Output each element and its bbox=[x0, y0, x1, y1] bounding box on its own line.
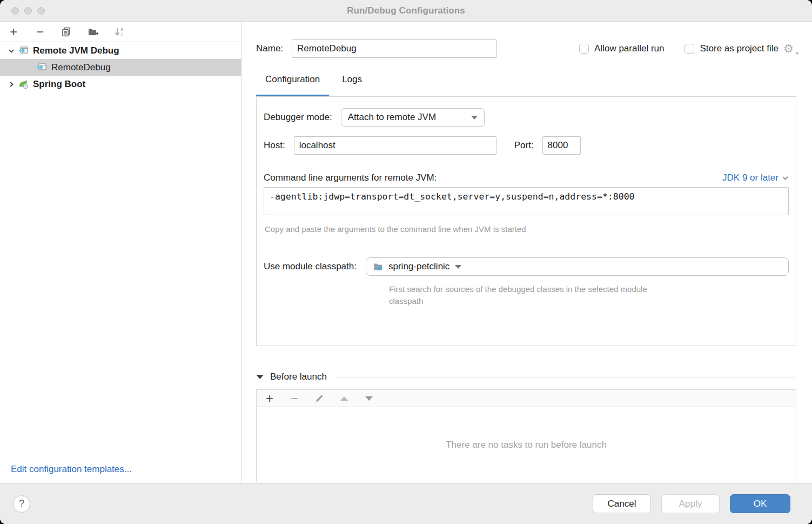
chevron-down-icon[interactable] bbox=[4, 47, 18, 55]
module-classpath-select[interactable]: spring-petclinic bbox=[366, 257, 789, 276]
remote-debug-icon bbox=[37, 63, 47, 72]
new-folder-icon bbox=[88, 26, 99, 37]
sort-configurations-button[interactable]: a z bbox=[113, 26, 125, 38]
allow-parallel-run-checkbox[interactable] bbox=[579, 44, 589, 54]
module-classpath-label: Use module classpath: bbox=[264, 261, 357, 272]
store-as-project-file-checkbox[interactable] bbox=[685, 44, 694, 54]
configurations-sidebar: + − bbox=[0, 22, 241, 483]
name-input[interactable] bbox=[292, 39, 497, 58]
svg-text:z: z bbox=[120, 32, 123, 37]
pencil-icon bbox=[314, 394, 324, 403]
collapse-triangle-icon bbox=[256, 375, 264, 379]
chevron-right-icon[interactable] bbox=[4, 81, 18, 88]
copy-icon bbox=[61, 26, 72, 37]
traffic-lights bbox=[11, 7, 45, 15]
new-folder-button[interactable] bbox=[87, 26, 99, 38]
add-task-button[interactable]: + bbox=[264, 393, 276, 404]
command-line-args-label: Command line arguments for remote JVM: bbox=[264, 173, 437, 183]
up-triangle-icon bbox=[340, 396, 348, 401]
tree-item-label: RemoteDebug bbox=[51, 62, 111, 73]
edit-configuration-templates-link[interactable]: Edit configuration templates... bbox=[11, 464, 132, 475]
tree-item-remote-jvm-debug[interactable]: Remote JVM Debug bbox=[0, 42, 241, 59]
tab-logs[interactable]: Logs bbox=[333, 73, 371, 96]
tab-configuration[interactable]: Configuration bbox=[256, 73, 329, 96]
help-button[interactable]: ? bbox=[13, 495, 30, 513]
zoom-window-icon[interactable] bbox=[37, 7, 45, 15]
before-launch-header[interactable]: Before launch bbox=[256, 372, 796, 382]
chevron-down-icon bbox=[782, 175, 789, 181]
tree-item-remotedebug[interactable]: RemoteDebug bbox=[0, 59, 241, 76]
module-classpath-row: Use module classpath: spring-petclinic bbox=[264, 257, 789, 276]
remove-task-button[interactable]: − bbox=[288, 393, 300, 404]
minus-icon: − bbox=[36, 25, 44, 38]
down-triangle-icon bbox=[365, 396, 373, 401]
debugger-mode-label: Debugger mode: bbox=[264, 112, 332, 123]
move-task-up-button[interactable] bbox=[338, 393, 350, 404]
minus-icon: − bbox=[291, 392, 298, 405]
minimize-window-icon[interactable] bbox=[24, 7, 32, 15]
command-line-args-hint: Copy and paste the arguments to the comm… bbox=[265, 224, 789, 234]
plus-icon: + bbox=[10, 25, 17, 38]
command-line-args-value: -agentlib:jdwp=transport=dt_socket,serve… bbox=[270, 191, 635, 202]
tree-item-label: Remote JVM Debug bbox=[33, 45, 119, 56]
sort-alphabetically-icon: a z bbox=[113, 26, 125, 38]
dropdown-arrow-icon bbox=[455, 265, 461, 269]
title-bar: Run/Debug Configurations bbox=[0, 0, 812, 22]
debugger-mode-row: Debugger mode: Attach to remote JVM bbox=[264, 108, 789, 127]
jdk-version-selector[interactable]: JDK 9 or later bbox=[722, 173, 789, 183]
plus-icon: + bbox=[266, 392, 273, 405]
gear-icon: ⚙ bbox=[783, 42, 794, 55]
editor-tabs: Configuration Logs bbox=[256, 73, 796, 96]
command-line-args-header: Command line arguments for remote JVM: J… bbox=[264, 173, 789, 183]
copy-configuration-button[interactable] bbox=[61, 26, 72, 38]
module-classpath-hint: First search for sources of the debugged… bbox=[389, 283, 670, 307]
host-input[interactable] bbox=[294, 136, 496, 155]
question-mark-icon: ? bbox=[19, 498, 24, 509]
allow-parallel-run-label: Allow parallel run bbox=[594, 43, 664, 54]
host-label: Host: bbox=[264, 140, 285, 151]
name-row: Name: Allow parallel run Store as projec… bbox=[256, 39, 796, 58]
section-divider bbox=[334, 377, 796, 377]
gear-caret-icon: ▾ bbox=[796, 50, 798, 56]
configurations-tree: Remote JVM Debug RemoteDebug bbox=[0, 42, 241, 92]
remove-configuration-button[interactable]: − bbox=[34, 26, 46, 38]
command-line-args-field[interactable]: -agentlib:jdwp=transport=dt_socket,serve… bbox=[264, 187, 789, 215]
name-label: Name: bbox=[256, 43, 283, 54]
store-options-button[interactable]: ⚙ ▾ bbox=[783, 42, 796, 55]
before-launch-task-list: There are no tasks to run before launch bbox=[256, 407, 796, 482]
dialog-footer: ? Cancel Apply OK bbox=[0, 483, 812, 524]
before-launch-title: Before launch bbox=[270, 372, 327, 382]
edit-task-button[interactable] bbox=[313, 393, 325, 404]
module-folder-icon bbox=[373, 262, 384, 271]
close-window-icon[interactable] bbox=[11, 7, 19, 15]
port-label: Port: bbox=[514, 140, 534, 151]
ok-button[interactable]: OK bbox=[730, 494, 790, 513]
jdk-version-label: JDK 9 or later bbox=[722, 173, 779, 183]
run-options: Allow parallel run Store as project file… bbox=[579, 42, 796, 55]
run-debug-configurations-dialog: Run/Debug Configurations + − bbox=[0, 0, 812, 524]
port-input[interactable] bbox=[542, 136, 581, 155]
configuration-panel: Debugger mode: Attach to remote JVM Host… bbox=[256, 96, 796, 346]
dropdown-arrow-icon bbox=[471, 116, 478, 120]
before-launch-toolbar: + − bbox=[256, 389, 796, 407]
remote-debug-icon bbox=[18, 46, 29, 55]
debugger-mode-select[interactable]: Attach to remote JVM bbox=[341, 108, 485, 127]
spring-boot-icon bbox=[18, 79, 29, 89]
tree-item-label: Spring Boot bbox=[33, 79, 85, 90]
cancel-button[interactable]: Cancel bbox=[593, 494, 651, 513]
debugger-mode-value: Attach to remote JVM bbox=[348, 112, 466, 123]
apply-button[interactable]: Apply bbox=[661, 494, 720, 513]
svg-text:a: a bbox=[120, 26, 123, 32]
add-configuration-button[interactable]: + bbox=[8, 26, 19, 38]
window-title: Run/Debug Configurations bbox=[347, 5, 465, 16]
module-classpath-value: spring-petclinic bbox=[388, 261, 449, 272]
no-tasks-message: There are no tasks to run before launch bbox=[446, 440, 607, 450]
host-port-row: Host: Port: bbox=[264, 136, 789, 155]
sidebar-toolbar: + − bbox=[0, 22, 241, 42]
store-as-project-file-label: Store as project file bbox=[700, 43, 779, 54]
configuration-editor: Name: Allow parallel run Store as projec… bbox=[241, 22, 812, 483]
move-task-down-button[interactable] bbox=[363, 393, 375, 404]
tree-item-spring-boot[interactable]: Spring Boot bbox=[0, 76, 241, 92]
